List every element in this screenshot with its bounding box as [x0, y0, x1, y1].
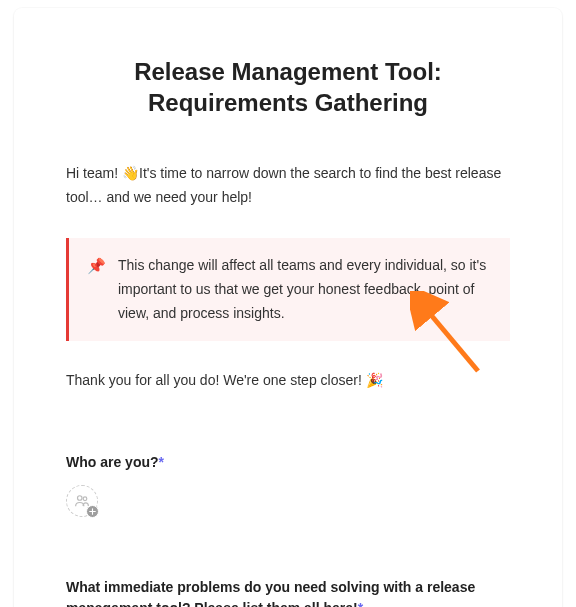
- people-picker[interactable]: [66, 485, 98, 517]
- question-problems: What immediate problems do you need solv…: [66, 577, 510, 607]
- thanks-prefix: Thank you for all you do! We're one step…: [66, 372, 366, 388]
- question-who: Who are you?*: [66, 452, 510, 473]
- thanks-text: Thank you for all you do! We're one step…: [66, 369, 510, 391]
- svg-point-0: [78, 496, 83, 501]
- form-card: Release Management Tool: Requirements Ga…: [14, 8, 562, 607]
- required-mark: *: [358, 600, 363, 607]
- party-icon: 🎉: [366, 372, 383, 388]
- callout-box: 📌 This change will affect all teams and …: [66, 238, 510, 341]
- svg-point-1: [83, 497, 87, 501]
- plus-icon: [89, 508, 96, 515]
- intro-prefix: Hi team!: [66, 165, 122, 181]
- required-mark: *: [159, 454, 164, 470]
- question-who-label: Who are you?: [66, 454, 159, 470]
- wave-icon: 👋: [122, 165, 139, 181]
- pin-icon: 📌: [87, 254, 106, 325]
- intro-text: Hi team! 👋It's time to narrow down the s…: [66, 162, 510, 210]
- question-problems-label: What immediate problems do you need solv…: [66, 579, 475, 607]
- callout-text: This change will affect all teams and ev…: [118, 254, 490, 325]
- page-title: Release Management Tool: Requirements Ga…: [66, 56, 510, 118]
- plus-badge: [86, 505, 99, 518]
